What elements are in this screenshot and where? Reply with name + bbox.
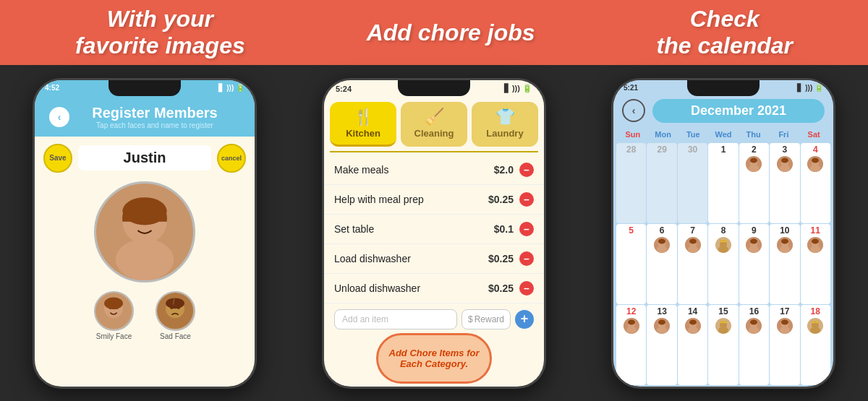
cal-date: 14 [688,306,697,318]
cal-cell[interactable]: 15 [708,305,738,385]
cal-cell[interactable]: 12 [616,305,646,385]
tab-kitchen[interactable]: 🍴 Kitchen [330,102,396,147]
cal-cell[interactable]: 13 [647,305,676,385]
cal-cell[interactable]: 8 [708,224,738,304]
user-avatar[interactable] [94,181,195,283]
cal-cell[interactable]: 17 [770,305,799,385]
chore-right: $2.0 – [494,163,534,177]
svg-point-39 [718,246,728,253]
cal-cell[interactable]: 14 [678,305,707,385]
cal-cell[interactable]: 18 [801,305,830,385]
cal-cell[interactable]: 29 [647,143,676,223]
cal-avatar [746,156,762,172]
cal-date: 6 [660,225,665,237]
cal-cell[interactable]: 9 [739,224,769,304]
smily-face-thumb[interactable] [94,291,134,331]
cal-cell[interactable]: 5 [616,224,646,304]
add-item-input[interactable]: Add an item [334,309,457,329]
cal-cell[interactable]: 28 [616,143,646,223]
cal-cell[interactable]: 6 [647,224,676,304]
svg-point-77 [810,327,820,334]
save-button[interactable]: Save [43,144,72,173]
cal-date: 17 [780,306,789,318]
cal-day-headers: Sun Mon Tue Wed Thu Fri Sat [613,126,833,142]
svg-point-47 [781,239,788,244]
cal-cell[interactable]: 1 [708,143,738,223]
remove-chore-button[interactable]: – [519,192,534,207]
cal-date: 7 [690,225,695,237]
chore-price: $2.0 [494,164,514,176]
svg-point-51 [812,239,819,244]
cal-cell[interactable]: 2 [739,143,769,223]
cal-date: 5 [629,225,634,237]
speech-bubble: Add Chore Items for Each Category. [376,333,492,384]
screen2: 5:24 ▋ ))) 🔋 🍴 Kitchen 🧹 Cleaning 👕 [324,80,544,387]
status-time-1: 4:52 [45,84,59,92]
cal-date: 1 [721,145,726,156]
chore-right: $0.1 – [494,222,534,236]
day-header-wed: Wed [708,129,739,140]
cal-date: 28 [626,145,636,156]
remove-chore-button[interactable]: – [519,163,534,177]
screen1-subtitle: Tap each faces and name to register [69,121,240,129]
cal-back-icon: ‹ [632,105,636,116]
svg-point-62 [688,327,698,334]
svg-point-59 [658,320,665,325]
tab-cleaning[interactable]: 🧹 Cleaning [401,102,467,147]
svg-point-43 [750,239,757,244]
svg-point-32 [658,239,665,244]
cal-cell[interactable]: 11 [801,224,830,304]
back-icon-1: ‹ [58,111,61,123]
cal-cell[interactable]: 10 [770,224,799,304]
cal-date: 11 [811,225,820,237]
cal-date: 18 [811,306,820,318]
laundry-label: Laundry [486,128,523,139]
svg-point-70 [750,320,757,325]
remove-chore-button[interactable]: – [519,251,534,266]
back-button-1[interactable]: ‹ [49,107,69,127]
day-header-sat: Sat [799,129,829,140]
cancel-button[interactable]: cancel [217,144,246,173]
svg-point-28 [812,158,819,163]
reward-field[interactable]: $ Reward [461,309,511,329]
status-icons-3: ▋ ))) 🔋 [797,84,823,92]
cal-cell[interactable]: 30 [678,143,707,223]
cal-date: 2 [752,145,757,156]
add-item-row: Add an item $ Reward + [324,303,544,330]
remove-chore-button[interactable]: – [519,281,534,296]
chore-item: Help with meal prep $0.25 – [324,185,544,215]
sad-face-thumb[interactable] [156,291,195,331]
status-icons-1: ▋ ))) 🔋 [218,84,244,92]
svg-point-73 [780,327,790,334]
plus-icon: + [521,311,529,327]
cleaning-icon: 🧹 [425,108,444,126]
svg-point-35 [688,246,698,253]
day-header-thu: Thu [739,129,769,140]
day-header-mon: Mon [648,129,678,140]
add-chore-button[interactable]: + [515,310,534,329]
cal-avatar [715,318,731,334]
cal-cell[interactable]: 3 [770,143,799,223]
chore-item: Make meals $2.0 – [324,155,544,185]
smily-face-label: Smily Face [96,332,132,340]
tab-laundry[interactable]: 👕 Laundry [472,102,538,147]
name-row: Save Justin cancel [43,144,246,173]
face-option-sad[interactable]: Sad Face [156,291,195,340]
phone-panel-1: 4:52 ▋ ))) 🔋 ‹ Register Members Tap each… [0,65,289,401]
face-options: Smily Face [35,287,255,345]
cal-date: 4 [813,145,818,156]
chore-right: $0.25 – [488,251,534,266]
face-option-smily[interactable]: Smily Face [94,291,134,340]
cal-cell[interactable]: 7 [678,224,707,304]
cal-cell[interactable]: 4 [801,143,830,223]
svg-point-36 [689,239,697,244]
phone-panel-3: 5:21 ▋ ))) 🔋 ‹ December 2021 Sun Mon Tue… [579,65,868,401]
phone-frame-2: 5:24 ▋ ))) 🔋 🍴 Kitchen 🧹 Cleaning 👕 [322,78,546,389]
remove-chore-button[interactable]: – [519,222,534,236]
cal-back-button[interactable]: ‹ [622,99,645,122]
svg-point-15 [166,298,184,309]
svg-point-27 [810,165,820,172]
cal-avatar [807,318,823,334]
status-icons-2: ▋ ))) 🔋 [504,84,532,93]
cal-cell[interactable]: 16 [739,305,769,385]
